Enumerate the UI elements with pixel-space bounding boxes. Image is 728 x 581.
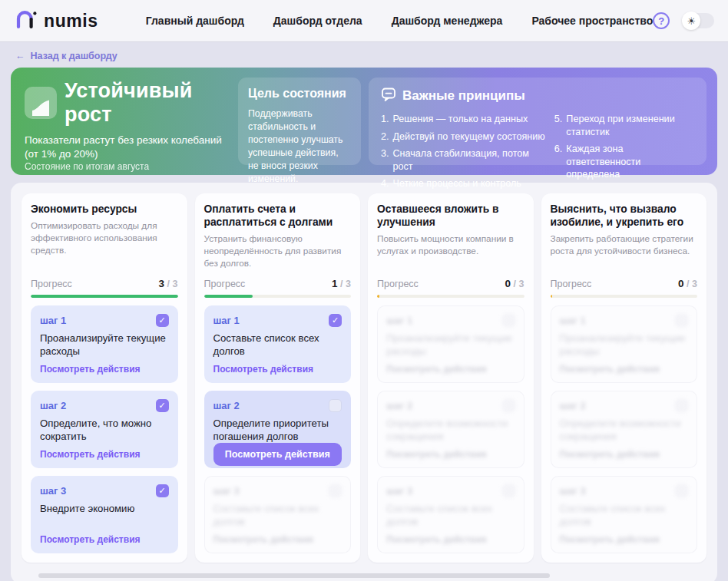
step-label: шаг 2 — [213, 400, 240, 411]
progress-count: 0 / 3 — [505, 278, 524, 289]
progress-bar — [551, 295, 698, 298]
checkbox-empty-icon[interactable] — [329, 399, 342, 412]
checkbox-checked-icon[interactable]: ✓ — [156, 314, 169, 327]
goal-description: Повысить мощности компании в услугах и п… — [377, 233, 524, 258]
progress-bar — [31, 295, 178, 298]
principles-card: Важные принципы Решения — только на данн… — [369, 78, 706, 165]
main-nav: Главный дашборд Дашборд отдела Дашборд м… — [146, 15, 653, 27]
progress-count: 1 / 3 — [332, 278, 351, 289]
back-link-label: Назад к дашборду — [31, 51, 117, 61]
progress-label: Прогресс — [551, 279, 592, 289]
step-text: Определите возможности сокращения — [560, 417, 689, 443]
goal-card-body: Поддерживать стабильность и постепенно у… — [248, 107, 351, 186]
progress-count: 0 / 3 — [678, 278, 697, 289]
banner-title: Устойчивый рост — [65, 79, 227, 127]
banner-summary: Устойчивый рост Показатели растут без ре… — [22, 78, 230, 165]
goal-title: Выяснить, что вызвало изобилие, и укрепи… — [551, 203, 698, 229]
view-actions-link: Посмотреть действия — [386, 449, 515, 460]
nav-item-workspace[interactable]: Рабочее пространство — [531, 15, 653, 27]
checkbox-empty-icon — [502, 484, 515, 497]
scrollbar-thumb[interactable] — [38, 573, 550, 578]
step-label: шаг 1 — [560, 315, 586, 326]
step-card[interactable]: шаг 1 ✓ Составьте список всех долгов Пос… — [204, 305, 352, 383]
step-text: Определите, что можно сократить — [40, 417, 169, 443]
goal-description: Оптимизировать расходы для эффективного … — [31, 220, 178, 257]
step-card-locked: шаг 1 Проанализируйте текущие расходы По… — [377, 305, 524, 383]
banner-status-note: Состояние по итогам августа — [25, 161, 227, 172]
goal-card: Цель состояния Поддерживать стабильность… — [238, 78, 361, 165]
goal-title: Экономить ресурсы — [31, 203, 178, 216]
goal-column-improvements: Оставшееся вложить в улучшения Повысить … — [368, 193, 534, 563]
step-text: Внедрите экономию — [40, 502, 169, 515]
view-actions-link: Посмотреть действия — [560, 364, 689, 375]
step-label: шаг 1 — [40, 315, 66, 326]
step-label: шаг 1 — [213, 315, 240, 326]
step-text: Проанализируйте текущие расходы — [386, 332, 515, 358]
banner-subtitle: Показатели растут без резких колебаний (… — [25, 134, 227, 161]
principles-title: Важные принципы — [402, 88, 525, 104]
view-actions-link[interactable]: Посмотреть действия — [40, 364, 169, 375]
nav-item-manager-dashboard[interactable]: Дашборд менеджера — [392, 15, 503, 27]
step-text: Определите возможности сокращения — [386, 417, 515, 443]
goal-column-abundance: Выяснить, что вызвало изобилие, и укрепи… — [541, 193, 707, 563]
principle-item: Действуй по текущему состоянию — [381, 130, 545, 144]
step-label: шаг 2 — [560, 400, 586, 411]
step-text: Составьте список всех долгов — [560, 502, 689, 528]
help-icon[interactable]: ? — [653, 12, 670, 29]
progress-bar — [377, 295, 524, 298]
step-card[interactable]: шаг 2 ✓ Определите, что можно сократить … — [31, 391, 178, 468]
step-text: Проанализируйте текущие расходы — [560, 332, 689, 358]
speech-bubble-icon — [381, 87, 396, 105]
step-text: Определите приоритеты погашения долгов — [213, 417, 342, 443]
top-navbar: numis Главный дашборд Дашборд отдела Даш… — [0, 0, 728, 41]
checkbox-checked-icon[interactable]: ✓ — [156, 399, 169, 412]
view-actions-link[interactable]: Посмотреть действия — [40, 534, 169, 545]
checkbox-empty-icon — [675, 484, 688, 497]
principle-item: Четкие процессы и контроль — [381, 177, 545, 190]
nav-item-main-dashboard[interactable]: Главный дашборд — [146, 15, 244, 27]
goal-column-economy: Экономить ресурсы Оптимизировать расходы… — [22, 193, 187, 563]
principle-item: Каждая зона ответственности определена — [554, 143, 694, 181]
nav-item-department-dashboard[interactable]: Дашборд отдела — [273, 15, 362, 27]
step-card[interactable]: шаг 1 ✓ Проанализируйте текущие расходы … — [31, 305, 178, 383]
step-label: шаг 3 — [386, 485, 412, 497]
step-text: Составьте список всех долгов — [386, 502, 515, 528]
goals-board: Экономить ресурсы Оптимизировать расходы… — [11, 183, 717, 581]
growth-chart-icon — [25, 87, 57, 119]
principle-item: Переход при изменении статистик — [554, 113, 694, 138]
step-card-locked: шаг 2 Определите возможности сокращения … — [551, 391, 698, 468]
checkbox-empty-icon — [329, 484, 342, 497]
view-actions-link: Посмотреть действия — [560, 534, 689, 545]
step-card[interactable]: шаг 3 ✓ Внедрите экономию Посмотреть дей… — [31, 476, 178, 553]
view-actions-link: Посмотреть действия — [213, 534, 342, 545]
checkbox-checked-icon[interactable]: ✓ — [329, 314, 342, 327]
checkbox-empty-icon — [502, 314, 515, 327]
arrow-left-icon: ← — [15, 51, 25, 61]
step-label: шаг 3 — [213, 485, 240, 497]
horizontal-scrollbar[interactable] — [28, 573, 700, 578]
checkbox-empty-icon — [675, 399, 688, 412]
step-label: шаг 1 — [386, 315, 412, 326]
principles-list-left: Решения — только на данных Действуй по т… — [381, 113, 545, 195]
progress-label: Прогресс — [377, 279, 419, 289]
theme-toggle[interactable]: ☀ — [683, 13, 714, 28]
brand-logo[interactable]: numis — [14, 8, 98, 33]
step-card-locked: шаг 3 Составьте список всех долгов Посмо… — [204, 476, 352, 553]
back-to-dashboard-link[interactable]: ← Назад к дашборду — [15, 51, 117, 61]
progress-bar — [204, 295, 352, 298]
principle-item: Сначала стабилизация, потом рост — [381, 147, 545, 173]
status-banner: Устойчивый рост Показатели растут без ре… — [11, 68, 717, 175]
principles-list-right: Переход при изменении статистик Каждая з… — [554, 113, 694, 195]
step-card-locked: шаг 3 Составьте список всех долгов Посмо… — [377, 476, 524, 553]
principle-item: Решения — только на данных — [381, 113, 545, 126]
goal-description: Закрепить работающие стратегии роста для… — [551, 233, 698, 258]
step-card-active[interactable]: шаг 2 Определите приоритеты погашения до… — [204, 391, 352, 468]
goal-title: Оставшееся вложить в улучшения — [377, 203, 524, 229]
view-actions-link[interactable]: Посмотреть действия — [213, 364, 342, 375]
progress-label: Прогресс — [31, 279, 72, 289]
step-card-locked: шаг 2 Определите возможности сокращения … — [377, 391, 524, 468]
view-actions-button[interactable]: Посмотреть действия — [213, 443, 342, 466]
view-actions-link[interactable]: Посмотреть действия — [40, 449, 169, 460]
checkbox-checked-icon[interactable]: ✓ — [156, 484, 169, 497]
numis-logo-icon — [14, 8, 38, 33]
